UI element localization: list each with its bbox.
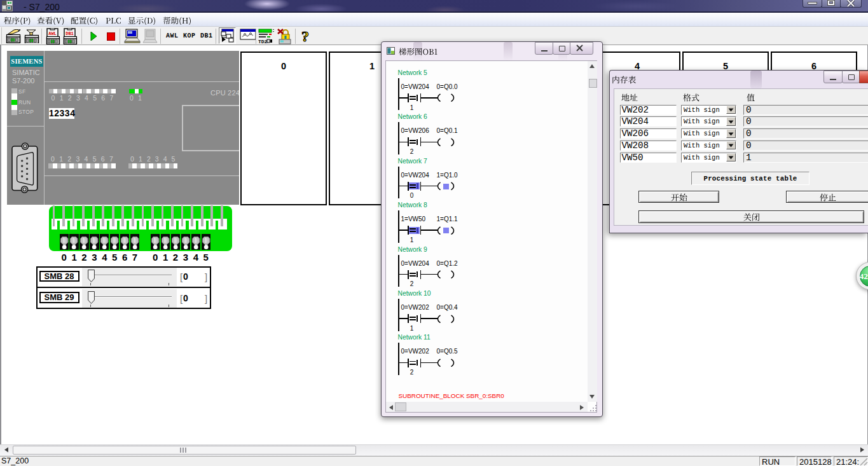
svg-text:DB1: DB1 <box>65 31 74 36</box>
svg-text:TD2: TD2 <box>258 39 268 44</box>
svg-text:AWL: AWL <box>48 31 57 36</box>
